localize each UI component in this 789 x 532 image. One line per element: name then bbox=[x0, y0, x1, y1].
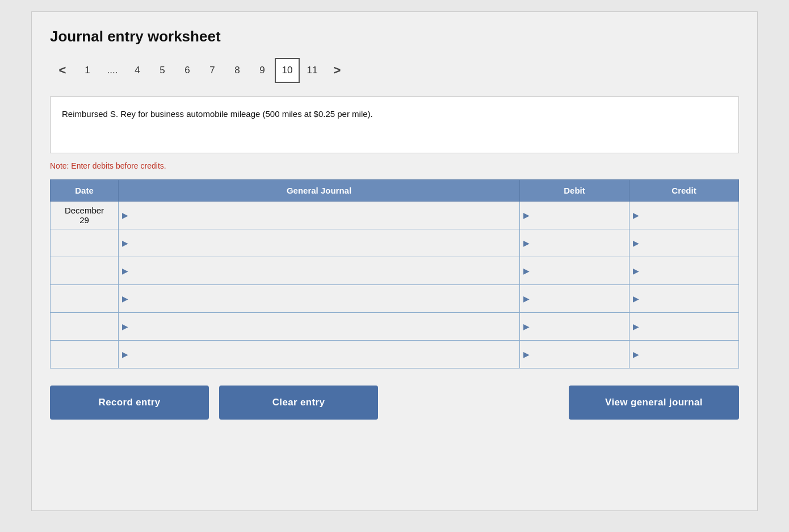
journal-input-6[interactable] bbox=[128, 341, 519, 368]
debit-input-5[interactable] bbox=[530, 313, 629, 340]
date-cell-3 bbox=[51, 257, 119, 285]
table-row: ▶ ▶ ▶ bbox=[51, 229, 739, 257]
debit-cell-3[interactable]: ▶ bbox=[520, 257, 629, 285]
arrow-icon-debit-3: ▶ bbox=[520, 266, 530, 275]
header-date: Date bbox=[51, 180, 119, 202]
table-row: ▶ ▶ ▶ bbox=[51, 285, 739, 313]
description-text: Reimbursed S. Rey for business automobil… bbox=[62, 109, 373, 119]
pagination: < 1 .... 4 5 6 7 8 9 10 11 > bbox=[50, 58, 739, 83]
journal-cell-2[interactable]: ▶ bbox=[119, 229, 520, 257]
debit-input-4[interactable] bbox=[530, 285, 629, 312]
page-title: Journal entry worksheet bbox=[50, 28, 739, 45]
buttons-row: Record entry Clear entry View general jo… bbox=[50, 386, 739, 420]
page-10[interactable]: 10 bbox=[275, 58, 300, 83]
clear-entry-button[interactable]: Clear entry bbox=[219, 386, 378, 420]
journal-cell-1[interactable]: ▶ bbox=[119, 202, 520, 229]
journal-cell-3[interactable]: ▶ bbox=[119, 257, 520, 285]
credit-cell-2[interactable]: ▶ bbox=[629, 229, 739, 257]
date-cell-5 bbox=[51, 313, 119, 341]
journal-input-4[interactable] bbox=[128, 285, 519, 312]
next-arrow[interactable]: > bbox=[325, 58, 350, 83]
journal-table: Date General Journal Debit Credit Decemb… bbox=[50, 179, 739, 368]
credit-cell-3[interactable]: ▶ bbox=[629, 257, 739, 285]
page-11[interactable]: 11 bbox=[300, 58, 325, 83]
credit-input-2[interactable] bbox=[639, 229, 738, 257]
credit-input-1[interactable] bbox=[639, 202, 738, 229]
page-8[interactable]: 8 bbox=[225, 58, 250, 83]
debit-input-3[interactable] bbox=[530, 257, 629, 284]
debit-cell-4[interactable]: ▶ bbox=[520, 285, 629, 313]
journal-cell-5[interactable]: ▶ bbox=[119, 313, 520, 341]
arrow-icon-debit-5: ▶ bbox=[520, 322, 530, 331]
journal-input-3[interactable] bbox=[128, 257, 519, 284]
credit-input-5[interactable] bbox=[639, 313, 738, 340]
description-box: Reimbursed S. Rey for business automobil… bbox=[50, 97, 739, 153]
arrow-icon-debit-4: ▶ bbox=[520, 294, 530, 303]
credit-cell-4[interactable]: ▶ bbox=[629, 285, 739, 313]
journal-input-1[interactable] bbox=[128, 202, 519, 229]
page-1[interactable]: 1 bbox=[75, 58, 100, 83]
debit-cell-5[interactable]: ▶ bbox=[520, 313, 629, 341]
credit-cell-5[interactable]: ▶ bbox=[629, 313, 739, 341]
debit-input-2[interactable] bbox=[530, 229, 629, 257]
arrow-icon-5: ▶ bbox=[119, 322, 128, 331]
debit-input-1[interactable] bbox=[530, 202, 629, 229]
header-general-journal: General Journal bbox=[119, 180, 520, 202]
header-debit: Debit bbox=[520, 180, 629, 202]
arrow-icon-1: ▶ bbox=[119, 211, 128, 220]
debit-cell-2[interactable]: ▶ bbox=[520, 229, 629, 257]
credit-input-4[interactable] bbox=[639, 285, 738, 312]
view-general-journal-button[interactable]: View general journal bbox=[569, 386, 739, 420]
date-cell-6 bbox=[51, 341, 119, 368]
date-cell-2 bbox=[51, 229, 119, 257]
main-container: Journal entry worksheet < 1 .... 4 5 6 7… bbox=[31, 11, 758, 511]
page-7[interactable]: 7 bbox=[200, 58, 225, 83]
table-row: ▶ ▶ ▶ bbox=[51, 313, 739, 341]
credit-input-6[interactable] bbox=[639, 341, 738, 368]
arrow-icon-debit-2: ▶ bbox=[520, 238, 530, 248]
table-row: ▶ ▶ ▶ bbox=[51, 257, 739, 285]
arrow-icon-3: ▶ bbox=[119, 266, 128, 275]
arrow-icon-4: ▶ bbox=[119, 294, 128, 303]
page-9[interactable]: 9 bbox=[250, 58, 275, 83]
arrow-icon-credit-1: ▶ bbox=[629, 211, 639, 220]
table-row: ▶ ▶ ▶ bbox=[51, 341, 739, 368]
date-cell-1: December29 bbox=[51, 202, 119, 229]
journal-cell-6[interactable]: ▶ bbox=[119, 341, 520, 368]
credit-cell-6[interactable]: ▶ bbox=[629, 341, 739, 368]
debit-cell-6[interactable]: ▶ bbox=[520, 341, 629, 368]
debit-cell-1[interactable]: ▶ bbox=[520, 202, 629, 229]
arrow-icon-6: ▶ bbox=[119, 350, 128, 359]
page-ellipsis: .... bbox=[100, 58, 125, 83]
header-credit: Credit bbox=[629, 180, 739, 202]
journal-input-5[interactable] bbox=[128, 313, 519, 340]
page-5[interactable]: 5 bbox=[150, 58, 175, 83]
date-cell-4 bbox=[51, 285, 119, 313]
arrow-icon-credit-3: ▶ bbox=[629, 266, 639, 275]
debit-input-6[interactable] bbox=[530, 341, 629, 368]
page-6[interactable]: 6 bbox=[175, 58, 200, 83]
prev-arrow[interactable]: < bbox=[50, 58, 75, 83]
table-row: December29 ▶ ▶ ▶ bbox=[51, 202, 739, 229]
journal-cell-4[interactable]: ▶ bbox=[119, 285, 520, 313]
arrow-icon-credit-2: ▶ bbox=[629, 238, 639, 248]
credit-input-3[interactable] bbox=[639, 257, 738, 284]
credit-cell-1[interactable]: ▶ bbox=[629, 202, 739, 229]
arrow-icon-credit-4: ▶ bbox=[629, 294, 639, 303]
page-4[interactable]: 4 bbox=[125, 58, 150, 83]
arrow-icon-2: ▶ bbox=[119, 238, 128, 248]
arrow-icon-debit-1: ▶ bbox=[520, 211, 530, 220]
note-text: Note: Enter debits before credits. bbox=[50, 161, 739, 170]
journal-input-2[interactable] bbox=[128, 229, 519, 257]
record-entry-button[interactable]: Record entry bbox=[50, 386, 209, 420]
arrow-icon-debit-6: ▶ bbox=[520, 350, 530, 359]
arrow-icon-credit-6: ▶ bbox=[629, 350, 639, 359]
arrow-icon-credit-5: ▶ bbox=[629, 322, 639, 331]
